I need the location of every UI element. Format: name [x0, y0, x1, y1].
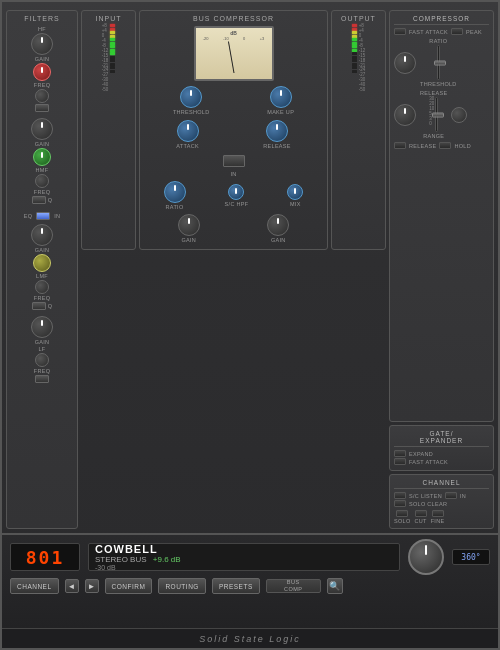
gate-fast-attack-toggle[interactable] [394, 458, 406, 465]
sc-listen-toggle[interactable] [394, 492, 406, 499]
gain-right-label: GAIN [271, 237, 286, 243]
solo-toggle[interactable] [396, 510, 408, 517]
hmf-label: HMF [36, 167, 49, 173]
comp-ratio-knob[interactable] [394, 52, 416, 74]
hmf-gain-knob[interactable] [31, 118, 53, 140]
search-icon: 🔍 [329, 581, 340, 591]
comp-release-row: RELEASE 302010530 RANGE [394, 90, 489, 139]
out-led-1 [352, 24, 357, 27]
cut-toggle[interactable] [415, 510, 427, 517]
hmf-q-btn[interactable] [32, 196, 46, 204]
knob-row-2: ATTACK RELEASE [144, 120, 323, 149]
fine-col: FINE [431, 510, 445, 524]
hf-button[interactable] [35, 104, 49, 112]
routing-btn[interactable]: ROUTING [158, 578, 205, 594]
hold-toggle[interactable] [439, 142, 451, 149]
threshold-knob[interactable] [180, 86, 202, 108]
solo-clear-toggle[interactable] [394, 500, 406, 507]
comp-threshold-knob[interactable] [451, 107, 467, 123]
bus-comp-btn[interactable]: BUSCOMP [266, 579, 321, 593]
gain-left-knob[interactable] [178, 214, 200, 236]
fine-label: FINE [431, 518, 445, 524]
hf-red-knob[interactable] [33, 63, 51, 81]
sc-hpf-label: S/C HPF [225, 201, 249, 207]
ch-in-label: IN [460, 493, 466, 499]
lf-btn[interactable] [35, 375, 49, 383]
ratio-knob[interactable] [164, 181, 186, 203]
gain-right-knob[interactable] [267, 214, 289, 236]
comp-release-knob[interactable] [394, 104, 416, 126]
fast-attack-toggle[interactable] [394, 28, 406, 35]
lmf-gain-knob[interactable] [31, 224, 53, 246]
mix-knob[interactable] [287, 184, 303, 200]
ch-in-toggle[interactable] [445, 492, 457, 499]
peak-toggle[interactable] [451, 28, 463, 35]
hf-freq-knob[interactable] [35, 89, 49, 103]
hmf-q-label: Q [48, 197, 53, 203]
gain-left-control: GAIN [178, 214, 200, 243]
makeup-label: MAKE UP [267, 109, 294, 115]
lf-freq-knob[interactable] [35, 353, 49, 367]
hmf-green-knob[interactable] [33, 148, 51, 166]
threshold-fader[interactable] [437, 45, 440, 80]
gain-right-control: GAIN [267, 214, 289, 243]
gate-fast-attack-row: FAST ATTACK [394, 458, 489, 465]
eq-label: EQ [24, 213, 33, 219]
main-knob[interactable] [408, 539, 444, 575]
db-sub: -30 dB [95, 564, 393, 571]
threshold-lbl: THRESHOLD [420, 81, 457, 87]
comp-ratio-row: RATIO THRESHOLD [394, 38, 489, 87]
threshold-handle[interactable] [434, 60, 446, 65]
lmf-freq-knob[interactable] [35, 280, 49, 294]
expand-toggle[interactable] [394, 450, 406, 457]
output-leds [352, 24, 357, 154]
hf-gain-knob[interactable] [31, 33, 53, 55]
solo-label: SOLO [394, 518, 410, 524]
knob-row-1: THRESHOLD MAKE UP [144, 86, 323, 115]
bus-comp-text: BUSCOMP [284, 579, 303, 592]
expand-row: EXPAND [394, 450, 489, 457]
solo-cut-fine-row: SOLO CUT FINE [394, 510, 489, 524]
presets-btn[interactable]: PRESETS [212, 578, 260, 594]
sc-hpf-knob[interactable] [228, 184, 244, 200]
search-btn[interactable]: 🔍 [327, 578, 343, 594]
output-label: OUTPUT [341, 15, 376, 22]
peak-label: PEAK [466, 29, 482, 35]
out-led-7 [352, 45, 357, 48]
lmf-yellow-knob[interactable] [33, 254, 51, 272]
makeup-knob[interactable] [270, 86, 292, 108]
range-lbl: RANGE [423, 133, 444, 139]
channel-section: CHANNEL S/C LISTEN IN SOLO CLEAR SOLO [389, 474, 494, 529]
range-handle[interactable] [432, 112, 444, 117]
lmf-q-btn[interactable] [32, 302, 46, 310]
cut-label: CUT [414, 518, 426, 524]
output-scale: +8+40-4-8 -12-15-18-21-24 -27-30-40-50 [359, 24, 366, 154]
comp-ratio-lbl: RATIO [429, 38, 447, 44]
led-display: 801 [10, 543, 80, 571]
led-14 [110, 70, 115, 73]
degree-display: 360° [452, 549, 490, 565]
eq-in-btn[interactable] [36, 212, 50, 220]
out-led-3 [352, 31, 357, 34]
lf-gain-knob[interactable] [31, 316, 53, 338]
channel-btn[interactable]: CHANNEL [10, 578, 59, 594]
eq-in-label: IN [54, 213, 60, 219]
makeup-control: MAKE UP [267, 86, 294, 115]
bus-name: STEREO BUS +9.6 dB [95, 555, 393, 564]
fine-toggle[interactable] [432, 510, 444, 517]
back-arrow-btn[interactable]: ◄ [65, 579, 79, 593]
sc-hpf-control: S/C HPF [225, 184, 249, 207]
attack-knob[interactable] [177, 120, 199, 142]
out-led-14 [352, 70, 357, 73]
range-fader[interactable] [435, 97, 438, 132]
forward-arrow-btn[interactable]: ► [85, 579, 99, 593]
mix-control: MIX [287, 184, 303, 207]
solo-clear-label: SOLO CLEAR [409, 501, 447, 507]
confirm-btn[interactable]: CONFIRM [105, 578, 153, 594]
expand-label: EXPAND [409, 451, 433, 457]
release-knob[interactable] [266, 120, 288, 142]
hmf-freq-knob[interactable] [35, 174, 49, 188]
lmf-label: LMF [36, 273, 48, 279]
bus-comp-in-btn[interactable] [223, 155, 245, 167]
comp-release-toggle[interactable] [394, 142, 406, 149]
